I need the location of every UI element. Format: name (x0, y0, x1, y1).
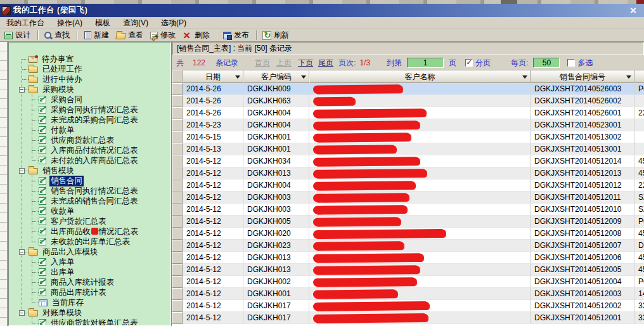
row-selector-cell[interactable] (172, 204, 183, 216)
cell-date[interactable]: 2014-5-26 (183, 83, 243, 95)
table-row[interactable]: 2014-5-12DGKJKH005DGKJXSHT20140512009POE (172, 216, 644, 228)
table-row[interactable]: 2014-5-12DGKJKH013DGKJXSHT20140512006450 (172, 252, 644, 264)
filter-arrow-icon[interactable] (626, 75, 631, 81)
cell-po-number[interactable]: DJH (634, 240, 644, 252)
tree-item[interactable]: 采购合同执行情况汇总表 (9, 105, 171, 115)
cell-customer-name[interactable] (309, 288, 531, 300)
table-row[interactable]: 2014-5-12DGKJKH002DGKJXSHT20140512004PO0 (172, 276, 644, 288)
cell-customer-name[interactable] (309, 107, 531, 119)
tree-item[interactable]: 未付款的入库商品汇总表 (9, 155, 171, 166)
cell-contract-number[interactable]: DGKJXSHT20140512012 (531, 179, 634, 192)
cell-po-number[interactable]: SZ- (634, 204, 644, 216)
cell-customer-code[interactable]: DGKJKH017 (243, 312, 309, 324)
cell-customer-name[interactable] (309, 179, 531, 192)
cell-po-number[interactable]: 450 (634, 228, 644, 240)
tree-item[interactable]: 入库单 (9, 257, 171, 267)
cell-contract-number[interactable]: DGKJXSHT20140513001 (531, 143, 634, 155)
tree-item[interactable]: 商品入库统计报表 (9, 277, 171, 287)
tree-item[interactable]: 销售合同执行情况汇总表 (9, 186, 171, 196)
row-selector-header[interactable] (172, 70, 183, 83)
table-row[interactable]: 2014-5-15DGKJKH001DGKJXSHT20140513002 (172, 131, 644, 143)
row-selector-cell[interactable] (172, 83, 183, 95)
table-row[interactable]: 2014-5-26DGKJKH004DGKJXSHT20140526001222 (172, 107, 644, 119)
cell-customer-code[interactable]: DGKJKH001 (243, 131, 309, 143)
cell-customer-name[interactable] (309, 119, 531, 131)
pager-last-link[interactable]: 尾页 (318, 58, 333, 68)
cell-date[interactable]: 2014-5-12 (183, 264, 243, 276)
cell-customer-code[interactable]: DGKJKH001 (243, 288, 309, 300)
cell-customer-code[interactable]: DGKJKH023 (243, 240, 309, 252)
cell-po-number[interactable]: 330 (634, 312, 644, 324)
cell-date[interactable]: 2014-5-26 (183, 107, 243, 119)
row-selector-cell[interactable] (172, 167, 183, 179)
toolbar-button-search[interactable]: 查找 (41, 29, 74, 41)
cell-customer-name[interactable] (309, 167, 531, 179)
table-row[interactable]: 2014-5-12DGKJKH003DGKJXSHT20140512010SZ- (172, 204, 644, 216)
cell-contract-number[interactable]: DGKJXSHT20140512001 (531, 312, 634, 324)
tree-item[interactable]: 出库单 (9, 267, 171, 277)
cell-po-number[interactable]: SZ- (634, 192, 644, 204)
row-selector-cell[interactable] (172, 276, 183, 288)
cell-customer-name[interactable] (309, 264, 531, 276)
row-selector-cell[interactable] (172, 95, 183, 107)
cell-contract-number[interactable]: DGKJXSHT20140512013 (531, 167, 634, 179)
row-selector-cell[interactable] (172, 107, 183, 119)
column-header-1[interactable]: 日期 (183, 70, 243, 83)
tree-item-selected[interactable]: 销售合同 (9, 176, 171, 186)
pager-prev-link[interactable]: 上页 (276, 58, 292, 68)
cell-customer-code[interactable]: DGKJKH013 (243, 252, 309, 264)
close-icon[interactable]: × (628, 6, 639, 15)
cell-date[interactable]: 2014-5-15 (183, 131, 243, 143)
table-row[interactable]: 2014-5-12DGKJKH034DGKJXSHT20140512014450 (172, 155, 644, 167)
table-row[interactable]: 2014-5-12DGKJKH017DGKJXSHT20140512001330 (172, 312, 644, 324)
cell-date[interactable]: 2014-5-13 (183, 143, 243, 155)
cell-date[interactable]: 2014-5-12 (183, 252, 243, 264)
tree-item[interactable]: 供应商货款汇总表 (9, 135, 171, 145)
cell-customer-code[interactable]: DGKJKH013 (243, 264, 309, 276)
pager-paging-checkbox[interactable] (465, 59, 473, 67)
cell-customer-code[interactable]: DGKJKH001 (243, 143, 309, 155)
tree-item[interactable]: 入库商品付款情况汇总表 (9, 145, 171, 155)
cell-customer-name[interactable] (309, 216, 531, 228)
cell-po-number[interactable] (634, 119, 644, 131)
toolbar-button-publish[interactable]: 发布 (221, 29, 254, 41)
cell-customer-code[interactable]: DGKJKH003 (243, 192, 309, 204)
cell-date[interactable]: 2014-5-12 (183, 216, 243, 228)
cell-customer-code[interactable]: DGKJKH020 (243, 228, 309, 240)
cell-date[interactable]: 2014-5-12 (183, 312, 243, 324)
cell-contract-number[interactable]: DGKJXSHT20140512006 (531, 252, 634, 264)
pager-multi-checkbox[interactable] (567, 59, 575, 67)
cell-contract-number[interactable]: DGKJXSHT20140512003 (531, 288, 634, 300)
cell-po-number[interactable] (634, 143, 644, 155)
cell-contract-number[interactable]: DGKJXSHT20140526001 (531, 107, 634, 119)
cell-customer-name[interactable] (309, 143, 531, 155)
cell-customer-code[interactable]: DGKJKH004 (243, 119, 309, 131)
pager-first-link[interactable]: 首页 (255, 58, 270, 68)
cell-date[interactable]: 2014-5-12 (183, 155, 243, 167)
table-row[interactable]: 2014-5-23DGKJKH004DGKJXSHT20140523001 (172, 119, 644, 131)
column-header-3[interactable]: 客户名称 (309, 70, 531, 83)
toolbar-button-edit[interactable]: 修改 (148, 29, 180, 41)
tree-item[interactable]: 收款单 (9, 206, 171, 216)
cell-contract-number[interactable]: DGKJXSHT20140523001 (531, 119, 634, 131)
tree-item[interactable]: 出库商品收情况汇总表 (9, 226, 171, 237)
row-selector-cell[interactable] (172, 155, 183, 167)
row-selector-cell[interactable] (172, 300, 183, 312)
cell-contract-number[interactable]: DGKJXSHT20140512009 (531, 216, 634, 228)
cell-customer-code[interactable]: DGKJKH013 (243, 167, 309, 179)
cell-contract-number[interactable]: DGKJXSHT20140512014 (531, 155, 634, 167)
cell-date[interactable]: 2014-5-12 (183, 288, 243, 300)
cell-customer-code[interactable]: DGKJKH005 (243, 216, 309, 228)
cell-customer-code[interactable]: DGKJKH063 (243, 95, 309, 107)
filter-arrow-icon[interactable] (522, 75, 527, 81)
cell-po-number[interactable]: 450 (634, 252, 644, 264)
cell-po-number[interactable] (634, 95, 644, 107)
cell-customer-name[interactable] (309, 228, 531, 240)
toolbar-button-new-doc[interactable]: 新建 (80, 29, 113, 41)
cell-customer-name[interactable] (309, 276, 531, 288)
cell-customer-name[interactable] (309, 131, 531, 143)
cell-date[interactable]: 2014-5-12 (183, 167, 243, 179)
cell-customer-code[interactable]: DGKJKH017 (243, 300, 309, 312)
tree-item[interactable]: 销售模块 (9, 166, 171, 176)
cell-date[interactable]: 2014-5-12 (183, 228, 243, 240)
